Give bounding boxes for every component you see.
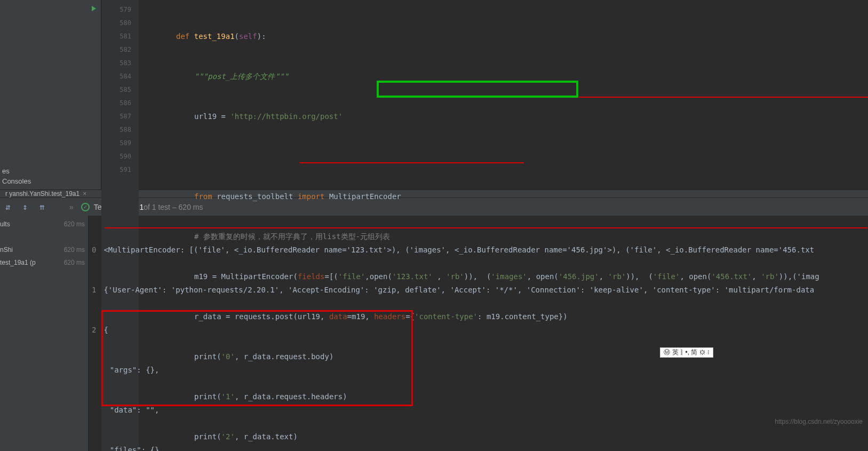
tree-label: ults <box>0 220 10 228</box>
keyword-def: def <box>176 32 194 41</box>
tree-time: 620 ms <box>64 220 85 228</box>
expand-icon[interactable]: ↕ <box>20 202 30 212</box>
check-circle-icon: ✓ <box>81 203 90 211</box>
sidebar-item[interactable]: Consoles <box>2 176 101 186</box>
console-text: {'User-Agent': 'python-requests/2.20.1',… <box>103 286 814 294</box>
gutter-line: 586 <box>101 97 131 110</box>
ime-text: Ⓜ 英 ⦚ •, 简 ⚙ ⁝ <box>664 348 710 357</box>
class-name: MultipartEncoder <box>329 192 401 201</box>
left-sidebar: es Consoles <box>0 0 101 189</box>
gutter-line: 587 <box>101 110 131 123</box>
watermark: https://blog.csdn.net/zyooooxie <box>775 418 863 425</box>
tab-label: r yanshi.YanShi.test_19a1 <box>5 190 79 197</box>
tree-time: 620 ms <box>64 246 85 254</box>
gutter-line: 581 <box>101 30 131 43</box>
string-literal: 'http://httpbin.org/post' <box>230 112 343 121</box>
editor-top-area: es Consoles 579 580 581 582 583 584 585 … <box>0 0 868 189</box>
keyword-self: self <box>239 32 257 41</box>
editor-area: 579 580 581 582 583 584 585 586 587 588 … <box>101 0 868 189</box>
sidebar-item[interactable]: es <box>2 166 101 176</box>
module-name: requests_toolbelt <box>217 192 298 201</box>
function-name: test_19a1 <box>194 32 235 41</box>
test-tree: ults620 ms nShi620 ms test_19a1 (p620 ms <box>0 216 89 451</box>
gutter-line: 588 <box>101 123 131 137</box>
console-text: { <box>103 326 108 334</box>
keyword-from: from <box>194 192 217 201</box>
docstring: """post_上传多个文件""" <box>194 72 289 81</box>
code-text: url19 = <box>194 112 230 121</box>
keyword-import: import <box>298 192 329 201</box>
gutter-line: 582 <box>101 43 131 57</box>
gutter-line: 584 <box>101 70 131 83</box>
gutter-line: 579 <box>101 3 131 17</box>
run-tab[interactable]: r yanshi.YanShi.test_19a1 × <box>0 190 92 197</box>
gutter-line: 590 <box>101 150 131 163</box>
console-text: <MultipartEncoder: [('file', <_io.Buffer… <box>103 246 814 254</box>
run-icon[interactable] <box>92 6 96 11</box>
tree-row[interactable]: test_19a1 (p620 ms <box>0 256 88 269</box>
red-annotation-underline <box>579 97 868 98</box>
tree-row[interactable]: ults620 ms <box>0 218 88 231</box>
red-annotation-underline <box>105 227 867 228</box>
tree-row[interactable] <box>0 231 88 243</box>
tool-window: ⇵ ↕ ⇈ » ✓ Tests passed: 1 of 1 test – 62… <box>0 197 868 451</box>
console-text: "data": "", <box>101 406 160 414</box>
console-text: "files": {}, <box>101 446 164 451</box>
history-icon[interactable]: » <box>69 203 74 211</box>
console-output[interactable]: 0 <MultipartEncoder: [('file', <_io.Buff… <box>89 216 868 451</box>
gutter-line: 589 <box>101 137 131 150</box>
gutter-line: 591 <box>101 163 131 177</box>
gutter-line: 585 <box>101 83 131 97</box>
filter-icon[interactable]: ⇵ <box>3 202 13 212</box>
gutter-line: 580 <box>101 17 131 30</box>
close-icon[interactable]: × <box>83 190 86 197</box>
console-text: "args": {}, <box>101 366 160 374</box>
tree-row[interactable]: nShi620 ms <box>0 243 88 256</box>
tree-time: 620 ms <box>64 259 85 266</box>
ime-widget[interactable]: Ⓜ 英 ⦚ •, 简 ⚙ ⁝ <box>660 347 713 358</box>
collapse-icon[interactable]: ⇈ <box>37 202 47 212</box>
gutter-line: 583 <box>101 57 131 70</box>
tree-label: test_19a1 (p <box>0 259 36 266</box>
tree-label: nShi <box>0 246 13 254</box>
